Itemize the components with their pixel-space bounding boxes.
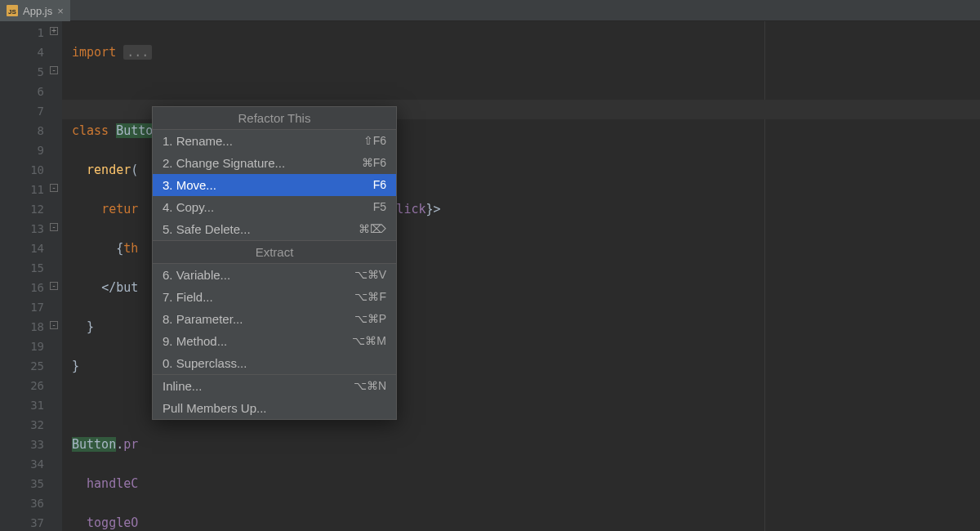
- close-icon[interactable]: ×: [57, 5, 64, 17]
- line-num: 4: [0, 42, 44, 62]
- folded-region[interactable]: ...: [123, 45, 152, 60]
- tab-bar: JS App.js ×: [0, 0, 980, 21]
- line-num: 31: [0, 395, 44, 415]
- menu-extract-field[interactable]: 7. Field...⌥⌘F: [153, 286, 396, 308]
- menu-extract-superclass[interactable]: 0. Superclass...: [153, 352, 396, 374]
- menu-section-extract: Extract: [153, 240, 396, 264]
- line-num: 17: [0, 297, 44, 317]
- js-file-icon: JS: [7, 5, 18, 16]
- refactor-menu: Refactor This 1. Rename...⇧F6 2. Change …: [152, 106, 397, 420]
- line-num: 1: [0, 23, 44, 42]
- menu-pull-members-up[interactable]: Pull Members Up...: [153, 397, 396, 419]
- line-num: 26: [0, 376, 44, 395]
- line-num: 19: [0, 337, 44, 356]
- fold-icon[interactable]: -: [50, 321, 58, 329]
- line-num: 18: [0, 317, 44, 337]
- fold-icon[interactable]: -: [50, 184, 58, 192]
- menu-change-signature[interactable]: 2. Change Signature...⌘F6: [153, 152, 396, 174]
- tab-app-js[interactable]: JS App.js ×: [0, 0, 70, 21]
- line-num: 10: [0, 160, 44, 180]
- line-num: 16: [0, 278, 44, 297]
- code-line: [72, 82, 980, 101]
- line-num: 32: [0, 415, 44, 435]
- menu-title: Refactor This: [153, 107, 396, 130]
- line-num: 15: [0, 258, 44, 278]
- line-num: 37: [0, 513, 44, 531]
- code-line: handleC: [72, 474, 980, 493]
- line-num: 9: [0, 141, 44, 160]
- menu-inline[interactable]: Inline...⌥⌘N: [153, 375, 396, 397]
- line-num: 34: [0, 454, 44, 474]
- tab-label: App.js: [23, 5, 52, 17]
- line-num: 6: [0, 82, 44, 101]
- line-num: 8: [0, 121, 44, 141]
- line-num: 11: [0, 180, 44, 199]
- fold-icon[interactable]: +: [50, 27, 58, 35]
- gutter: 1 4 5 6 7 8 9 10 11 12 13 14 15 16 17 18…: [0, 21, 62, 531]
- fold-icon[interactable]: -: [50, 282, 58, 290]
- menu-extract-parameter[interactable]: 8. Parameter...⌥⌘P: [153, 308, 396, 330]
- code-line: import ...: [72, 42, 980, 62]
- line-num: 12: [0, 199, 44, 219]
- line-num: 13: [0, 219, 44, 239]
- line-num: 36: [0, 493, 44, 513]
- fold-icon[interactable]: -: [50, 223, 58, 231]
- line-num: 5: [0, 62, 44, 82]
- menu-move[interactable]: 3. Move...F6: [153, 174, 396, 196]
- menu-copy[interactable]: 4. Copy...F5: [153, 196, 396, 218]
- line-num: 25: [0, 356, 44, 376]
- menu-rename[interactable]: 1. Rename...⇧F6: [153, 130, 396, 152]
- editor[interactable]: 1 4 5 6 7 8 9 10 11 12 13 14 15 16 17 18…: [0, 21, 980, 531]
- menu-safe-delete[interactable]: 5. Safe Delete...⌘⌦: [153, 218, 396, 240]
- line-num: 35: [0, 474, 44, 493]
- menu-extract-method[interactable]: 9. Method...⌥⌘M: [153, 330, 396, 352]
- code-line: toggleO: [72, 513, 980, 531]
- line-num: 7: [0, 101, 44, 121]
- menu-extract-variable[interactable]: 6. Variable...⌥⌘V: [153, 264, 396, 286]
- line-num: 33: [0, 435, 44, 454]
- fold-icon[interactable]: -: [50, 66, 58, 74]
- code-line: Button.pr: [72, 435, 980, 454]
- line-num: 14: [0, 239, 44, 258]
